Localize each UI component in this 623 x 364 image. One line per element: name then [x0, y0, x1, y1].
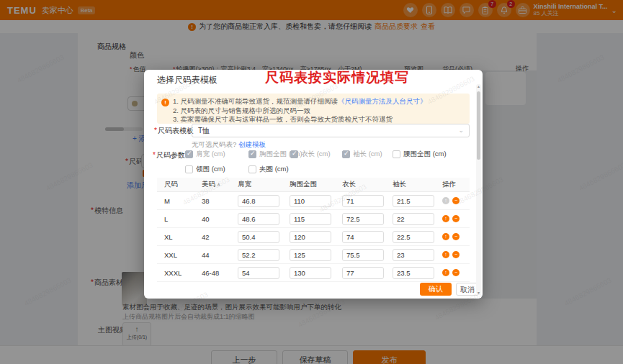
confirm-button[interactable]: 确认: [420, 283, 452, 296]
size-cell: L: [157, 215, 202, 223]
us-size-cell: 42: [202, 233, 238, 241]
table-row: M 38 ↑−: [157, 192, 470, 210]
delete-row-icon[interactable]: −: [452, 233, 460, 240]
length-input[interactable]: [342, 231, 384, 243]
col-shoulder: 肩宽: [238, 180, 290, 189]
template-selected-value: T恤: [198, 127, 210, 135]
us-size-cell: 46-48: [202, 269, 238, 277]
delete-row-icon[interactable]: −: [452, 269, 460, 276]
select-chevron-icon: ⌄: [458, 124, 464, 137]
notice-line-1: 1. 尺码测量不准确可能导致退货，规范测量请仔细阅读: [173, 97, 338, 105]
us-size-cell: 44: [202, 251, 238, 259]
param-checkbox-length[interactable]: 衣长 (cm): [290, 150, 331, 159]
sort-asc-icon: ∧: [217, 182, 220, 187]
size-chart-template-modal: 选择尺码表模板 ! 1. 尺码测量不准确可能导致退货，规范测量请仔细阅读《尺码测…: [144, 70, 483, 299]
modal-scrollbar[interactable]: ▴ ▾: [476, 84, 481, 294]
notice-line-3: 3. 卖家需确保尺寸表与送审样品一致，否则会导致大货质检尺寸不符退货: [173, 115, 464, 124]
col-operation: 操作: [442, 180, 470, 189]
us-size-cell: 38: [202, 197, 238, 205]
shoulder-input[interactable]: [238, 213, 279, 225]
table-row: XXL 44 ↑−: [157, 246, 470, 264]
param-checkbox-neck[interactable]: 领围 (cm): [185, 165, 225, 174]
chest-input[interactable]: [290, 195, 331, 207]
size-cell: XL: [157, 233, 202, 241]
chest-input[interactable]: [290, 267, 331, 279]
size-chart-table: 尺码 美码∧ 肩宽 胸围全围 衣长 袖长 操作 M 38 ↑− L 40: [157, 178, 470, 282]
measure-method-link[interactable]: 《尺码测量方法及人台尺寸》: [338, 97, 427, 105]
modal-scrollbar-thumb[interactable]: [477, 91, 480, 160]
delete-row-icon[interactable]: −: [452, 197, 460, 204]
col-length: 衣长: [342, 180, 393, 189]
create-template-link[interactable]: 创建模板: [238, 140, 266, 148]
chest-input[interactable]: [290, 249, 331, 261]
param-label: 领围 (cm): [196, 165, 225, 174]
shoulder-input[interactable]: [238, 195, 279, 207]
length-input[interactable]: [342, 267, 384, 279]
param-checkbox-armhole[interactable]: 夹圈 (cm): [248, 165, 289, 174]
move-up-icon[interactable]: ↑: [442, 251, 449, 258]
size-cell: XXL: [157, 251, 202, 259]
param-label: 衣长 (cm): [301, 150, 331, 159]
sleeve-input[interactable]: [393, 267, 434, 279]
param-checkbox-shoulder[interactable]: 肩宽 (cm): [185, 150, 225, 159]
delete-row-icon[interactable]: −: [452, 251, 460, 258]
shoulder-input[interactable]: [238, 231, 279, 243]
table-row: XL 42 ↑−: [157, 228, 470, 246]
col-sleeve: 袖长: [393, 180, 442, 189]
checkbox-checked-icon: [248, 150, 256, 158]
checkbox-unchecked-icon: [185, 165, 193, 173]
chest-input[interactable]: [290, 231, 331, 243]
no-template-text: 无可选尺码表?: [192, 140, 236, 148]
move-up-icon[interactable]: ↑: [442, 233, 449, 240]
template-select[interactable]: T恤 ⌄: [192, 124, 470, 137]
param-checkbox-sleeve[interactable]: 袖长 (cm): [342, 150, 382, 159]
checkbox-checked-icon: [290, 150, 298, 158]
sleeve-input[interactable]: [393, 249, 434, 261]
col-us-size[interactable]: 美码∧: [202, 180, 238, 189]
param-label: 袖长 (cm): [353, 150, 382, 159]
col-chest: 胸围全围: [290, 180, 342, 189]
modal-title: 选择尺码表模板: [157, 74, 218, 86]
move-up-icon[interactable]: ↑: [442, 269, 449, 276]
param-label: 夹圈 (cm): [259, 165, 289, 174]
shoulder-input[interactable]: [238, 267, 279, 279]
length-input[interactable]: [342, 195, 384, 207]
size-cell: M: [157, 197, 202, 205]
table-row: L 40 ↑−: [157, 210, 470, 228]
annotation-text: 尺码表按实际情况填写: [265, 68, 409, 87]
checkbox-unchecked-icon: [248, 165, 256, 173]
temu-seller-center-screen: TEMU 卖家中心 Beta 7 2 Xinshili Internationa…: [0, 0, 623, 364]
length-input[interactable]: [342, 213, 384, 225]
delete-row-icon[interactable]: −: [452, 215, 460, 222]
sleeve-input[interactable]: [393, 213, 434, 225]
notice-line-2: 2. 尺码表的尺寸与销售规格中所选的尺码一致: [173, 106, 464, 116]
template-field-label: 尺码表模板: [154, 126, 194, 136]
params-field-label: 尺码参数: [153, 150, 185, 160]
checkbox-checked-icon: [342, 150, 350, 158]
move-up-icon: ↑: [442, 197, 449, 204]
table-header-row: 尺码 美码∧ 肩宽 胸围全围 衣长 袖长 操作: [157, 178, 470, 192]
sleeve-input[interactable]: [393, 231, 434, 243]
move-up-icon[interactable]: ↑: [442, 215, 449, 222]
scroll-down-icon[interactable]: ▾: [476, 290, 481, 295]
size-chart-notice-box: ! 1. 尺码测量不准确可能导致退货，规范测量请仔细阅读《尺码测量方法及人台尺寸…: [157, 94, 470, 124]
table-row: XXXL 46-48 ↑−: [157, 264, 470, 282]
size-cell: XXXL: [157, 269, 202, 277]
col-size: 尺码: [157, 180, 202, 189]
param-label: 腰围全围 (cm): [403, 150, 447, 159]
sleeve-input[interactable]: [393, 195, 434, 207]
us-size-cell: 40: [202, 215, 238, 223]
param-label: 肩宽 (cm): [196, 150, 225, 159]
chest-input[interactable]: [290, 213, 331, 225]
param-checkbox-waist[interactable]: 腰围全围 (cm): [393, 150, 447, 159]
checkbox-checked-icon: [185, 150, 193, 158]
scroll-up-icon[interactable]: ▴: [476, 83, 481, 88]
warning-icon: !: [161, 99, 169, 106]
checkbox-unchecked-icon: [393, 150, 400, 158]
length-input[interactable]: [342, 249, 384, 261]
shoulder-input[interactable]: [238, 249, 279, 261]
